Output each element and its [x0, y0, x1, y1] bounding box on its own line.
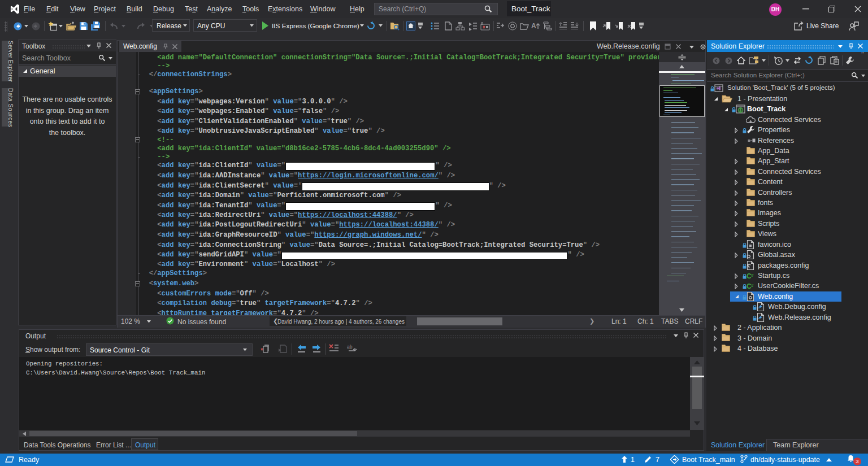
- svg-text:A: A: [531, 22, 536, 30]
- svg-text:ab: ab: [347, 344, 353, 350]
- svg-text:#: #: [751, 273, 754, 278]
- svg-text:#: #: [751, 283, 754, 288]
